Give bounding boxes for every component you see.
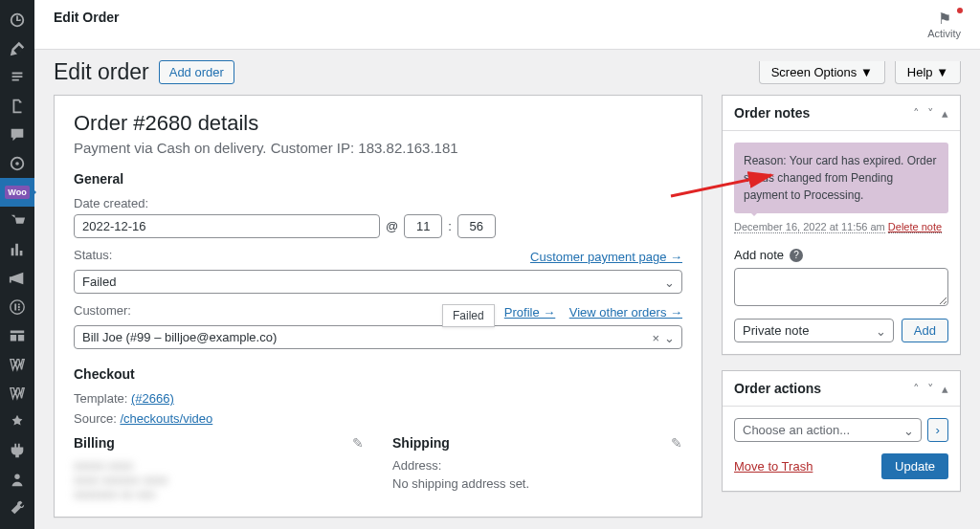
panel-up-icon[interactable]: ˄ [913, 106, 920, 121]
topbar-title: Edit Order [54, 10, 119, 39]
sidebar-item-wf2[interactable] [0, 379, 34, 408]
order-details-box: Order #2680 details Payment via Cash on … [54, 95, 702, 518]
sidebar-item-tools[interactable] [0, 494, 34, 522]
edit-billing-icon[interactable]: ✎ [352, 435, 364, 451]
add-note-label: Add note [734, 248, 784, 262]
sidebar-item-plugin1[interactable] [0, 149, 34, 178]
sidebar-item-dashboard[interactable] [0, 6, 34, 34]
sidebar-item-products[interactable] [0, 207, 34, 235]
note-meta: December 16, 2022 at 11:56 am Delete not… [734, 221, 948, 232]
add-order-button[interactable]: Add order [159, 60, 234, 84]
shipping-address-value: No shipping address set. [392, 476, 682, 491]
sidebar-item-users[interactable] [0, 465, 34, 494]
status-tooltip: Failed [442, 304, 495, 327]
note-type-select[interactable] [734, 319, 894, 342]
checkout-heading: Checkout [74, 366, 682, 382]
panel-toggle-icon[interactable]: ▴ [942, 106, 948, 121]
edit-shipping-icon[interactable]: ✎ [671, 435, 682, 451]
sidebar-item-marketing[interactable] [0, 264, 34, 293]
move-to-trash-link[interactable]: Move to Trash [734, 459, 813, 474]
billing-heading: Billing [74, 435, 115, 451]
sidebar-item-analytics[interactable] [0, 235, 34, 264]
order-note: Reason: Your card has expired. Order sta… [734, 143, 948, 213]
source-link[interactable]: /checkouts/video [120, 411, 212, 426]
sidebar-item-pages[interactable] [0, 92, 34, 121]
sidebar-item-appearance[interactable] [0, 408, 34, 436]
customer-label: Customer: [74, 303, 131, 318]
status-label: Status: [74, 248, 112, 262]
panel-up-icon[interactable]: ˄ [913, 382, 920, 396]
order-actions-panel: Order actions ˄ ˅ ▴ ⌄ [722, 370, 961, 492]
order-notes-panel: Order notes ˄ ˅ ▴ Reason: Your card has … [722, 95, 961, 355]
update-button[interactable]: Update [881, 453, 948, 479]
sidebar-item-plugins[interactable] [0, 436, 34, 465]
order-notes-title: Order notes [734, 105, 810, 121]
panel-down-icon[interactable]: ˅ [927, 106, 934, 121]
customer-payment-link[interactable]: Customer payment page → [530, 250, 682, 264]
sidebar-item-woocommerce[interactable]: Woo [0, 178, 34, 207]
screen-options-button[interactable]: Screen Options ▼ [759, 61, 885, 84]
minute-input[interactable] [457, 214, 496, 238]
view-orders-link[interactable]: View other orders → [569, 305, 682, 320]
delete-note-link[interactable]: Delete note [888, 221, 942, 233]
order-title: Order #2680 details [74, 111, 682, 136]
date-created-label: Date created: [74, 196, 682, 210]
sidebar-item-wf1[interactable] [0, 350, 34, 379]
note-textarea[interactable] [734, 268, 948, 306]
main-content: Edit Order ⚑ Activity Edit order Add ord… [34, 0, 980, 529]
profile-link[interactable]: Profile → [504, 305, 555, 320]
general-heading: General [74, 171, 682, 187]
help-button[interactable]: Help ▼ [895, 61, 961, 84]
sidebar-item-posts[interactable] [0, 34, 34, 63]
date-input[interactable] [74, 214, 380, 238]
hour-input[interactable] [404, 214, 442, 238]
order-actions-title: Order actions [734, 381, 821, 396]
action-select[interactable] [734, 418, 922, 442]
customer-select[interactable] [74, 325, 682, 349]
clear-icon[interactable]: × [652, 330, 659, 344]
sidebar-item-templates[interactable] [0, 321, 34, 350]
panel-toggle-icon[interactable]: ▴ [942, 382, 948, 396]
add-note-button[interactable]: Add [902, 319, 948, 342]
topbar: Edit Order ⚑ Activity [34, 0, 980, 50]
sidebar-item-elementor[interactable] [0, 293, 34, 321]
action-go-button[interactable]: › [927, 418, 948, 442]
woo-icon: Woo [5, 186, 29, 199]
template-link[interactable]: (#2666) [131, 391, 174, 406]
activity-icon: ⚑ [927, 10, 961, 28]
shipping-address-label: Address: [392, 458, 682, 473]
admin-sidebar: Woo [0, 0, 34, 529]
sidebar-item-comments[interactable] [0, 121, 34, 149]
svg-point-2 [11, 300, 24, 314]
svg-point-3 [14, 474, 19, 479]
billing-address: xxxxx xxxx xxxx xxxxxx xxxx xxxxxxx xx x… [74, 458, 364, 501]
sidebar-item-media[interactable] [0, 63, 34, 92]
panel-down-icon[interactable]: ˅ [927, 382, 934, 396]
source-row: Source: /checkouts/video [74, 411, 682, 426]
activity-button[interactable]: ⚑ Activity [927, 10, 961, 39]
template-row: Template: (#2666) [74, 391, 682, 406]
svg-point-1 [15, 162, 19, 165]
order-subtitle: Payment via Cash on delivery. Customer I… [74, 140, 682, 156]
shipping-heading: Shipping [392, 435, 450, 451]
status-select[interactable] [74, 270, 682, 294]
help-icon[interactable]: ? [790, 249, 803, 262]
page-title: Edit order [54, 59, 149, 85]
